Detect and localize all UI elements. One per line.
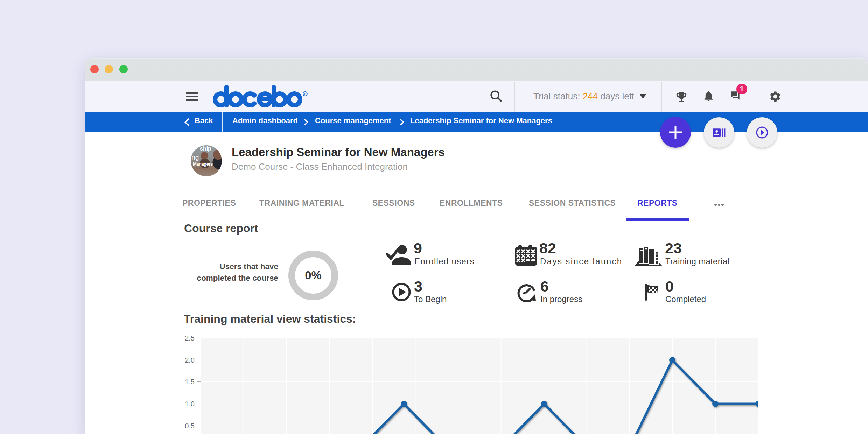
svg-text:R: R	[304, 92, 307, 96]
